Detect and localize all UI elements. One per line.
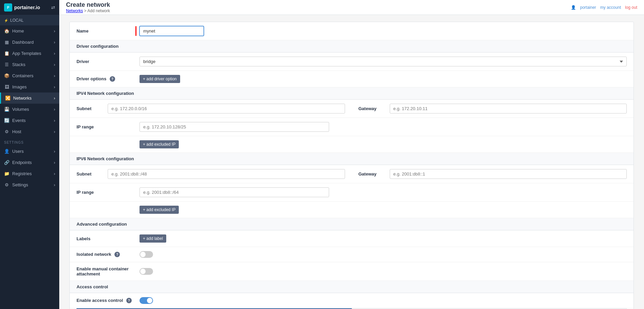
sidebar-item-settings[interactable]: ⚙ Settings ›: [0, 179, 59, 190]
driver-options-help-icon[interactable]: ?: [110, 76, 115, 82]
sidebar-item-arrow: ›: [54, 182, 55, 187]
sidebar-item-label: Dashboard: [12, 40, 34, 45]
sidebar-item-label: Events: [12, 118, 26, 123]
isolated-network-row: Isolated network ?: [70, 247, 634, 262]
env-label: LOCAL: [10, 18, 23, 23]
ipv6-header: IPV6 Network configuration: [70, 153, 634, 165]
sidebar-item-host[interactable]: ⚙ Host ›: [0, 126, 59, 137]
ipv4-header: IPV4 Network configuration: [70, 87, 634, 100]
sidebar-item-arrow: ›: [54, 40, 55, 45]
refresh-icon[interactable]: ⇄: [51, 5, 55, 10]
name-input-wrapper: mynet: [139, 26, 627, 36]
sidebar-item-arrow: ›: [54, 107, 55, 112]
ipv4-iprange-input[interactable]: [139, 122, 329, 132]
sidebar-item-dashboard[interactable]: ▦ Dashboard ›: [0, 37, 59, 48]
stacks-icon: ☰: [4, 62, 9, 67]
username: portainer: [580, 5, 596, 10]
registries-icon: 📁: [4, 171, 9, 176]
sidebar-item-arrow: ›: [54, 129, 55, 134]
log-out-link[interactable]: log out: [625, 5, 637, 10]
access-control-header: Access control: [70, 281, 634, 293]
images-icon: 🖼: [4, 84, 9, 89]
sidebar-item-networks[interactable]: 🔀 Networks ›: [0, 92, 59, 104]
ipv6-gateway-cell: Gateway: [352, 165, 634, 183]
sidebar-item-label: Users: [12, 149, 24, 154]
sidebar-item-arrow: ›: [54, 73, 55, 78]
sidebar-item-images[interactable]: 🖼 Images ›: [0, 81, 59, 92]
sidebar-item-label: Registries: [12, 171, 32, 176]
ipv4-excluded-ip-row: + add excluded IP: [70, 136, 634, 153]
logo-text: portainer.io: [14, 5, 40, 10]
driver-options-label: Driver options ?: [77, 76, 134, 82]
sidebar-item-arrow: ›: [54, 28, 55, 34]
sidebar-item-label: Images: [12, 84, 27, 89]
ipv6-iprange-input[interactable]: [139, 187, 329, 197]
name-row: Name mynet: [70, 22, 634, 40]
sidebar-item-label: Home: [12, 28, 24, 34]
ipv6-subnet-input[interactable]: [108, 169, 345, 179]
name-label: Name: [77, 28, 134, 34]
breadcrumb: Networks > Add network: [66, 8, 110, 13]
page-title-area: Create network Networks > Add network: [66, 1, 110, 13]
sidebar-item-users[interactable]: 👤 Users ›: [0, 146, 59, 157]
sidebar-item-registries[interactable]: 📁 Registries ›: [0, 168, 59, 179]
add-label-button[interactable]: + add label: [139, 234, 166, 243]
sidebar-item-endpoints[interactable]: 🔗 Endpoints ›: [0, 157, 59, 168]
isolated-toggle-slider: [139, 251, 153, 258]
access-help-icon[interactable]: ?: [126, 298, 132, 303]
app-templates-icon: 📋: [4, 51, 9, 56]
users-icon: 👤: [4, 149, 9, 154]
manual-attach-toggle[interactable]: [139, 268, 153, 275]
sidebar-item-arrow: ›: [54, 149, 55, 154]
driver-options-row: Driver options ? + add driver option: [70, 71, 634, 87]
sidebar-item-home[interactable]: 🏠 Home ›: [0, 25, 59, 37]
ipv6-excluded-ip-row: + add excluded IP: [70, 202, 634, 218]
ipv4-gateway-input[interactable]: [390, 104, 627, 114]
sidebar-item-app-templates[interactable]: 📋 App Templates ›: [0, 48, 59, 59]
host-icon: ⚙: [4, 129, 9, 134]
ipv4-gateway-cell: Gateway: [352, 100, 634, 118]
labels-label: Labels: [77, 236, 134, 241]
containers-icon: 📦: [4, 73, 9, 78]
labels-row: Labels + add label: [70, 230, 634, 247]
settings-icon: ⚙: [4, 182, 9, 187]
sidebar: P portainer.io ⇄ ⚡ LOCAL 🏠 Home › ▦ Dash…: [0, 0, 59, 309]
ipv4-subnet-input[interactable]: [108, 104, 345, 114]
sidebar-item-label: Containers: [12, 73, 34, 78]
isolated-network-toggle[interactable]: [139, 251, 153, 258]
sidebar-item-label: App Templates: [12, 51, 41, 56]
add-excluded-ip-v4-button[interactable]: + add excluded IP: [139, 140, 179, 148]
enable-access-toggle[interactable]: [139, 297, 153, 304]
breadcrumb-separator: >: [84, 8, 86, 13]
sidebar-item-volumes[interactable]: 💾 Volumes ›: [0, 104, 59, 115]
name-input[interactable]: mynet: [139, 26, 204, 36]
sidebar-item-stacks[interactable]: ☰ Stacks ›: [0, 59, 59, 70]
add-driver-option-button[interactable]: + add driver option: [139, 75, 180, 83]
dashboard-icon: ▦: [4, 40, 9, 45]
volumes-icon: 💾: [4, 107, 9, 112]
sidebar-item-label: Stacks: [12, 62, 25, 67]
breadcrumb-networks-link[interactable]: Networks: [66, 8, 83, 13]
ipv6-iprange-label: IP range: [77, 190, 134, 195]
ipv6-gateway-input[interactable]: [390, 169, 627, 179]
add-excluded-ip-v6-button[interactable]: + add excluded IP: [139, 206, 179, 214]
my-account-link[interactable]: my account: [600, 5, 621, 10]
main-content: Create network Networks > Add network 👤 …: [59, 0, 644, 309]
driver-label: Driver: [77, 59, 134, 64]
sidebar-item-label: Endpoints: [12, 160, 32, 165]
settings-section-label: SETTINGS: [0, 137, 59, 146]
top-header: Create network Networks > Add network 👤 …: [59, 0, 644, 15]
isolated-label: Isolated network ?: [77, 252, 134, 258]
isolated-help-icon[interactable]: ?: [114, 252, 120, 257]
enable-access-label: Enable access control ?: [77, 298, 134, 304]
ipv6-subnet-cell: Subnet: [70, 165, 352, 183]
sidebar-item-containers[interactable]: 📦 Containers ›: [0, 70, 59, 81]
ipv4-subnet-label: Subnet: [77, 106, 104, 111]
sidebar-item-events[interactable]: 🔄 Events ›: [0, 115, 59, 126]
sidebar-item-arrow: ›: [54, 62, 55, 67]
ipv4-subnet-gateway-row: Subnet Gateway: [70, 100, 634, 118]
ipv6-gateway-label: Gateway: [359, 171, 386, 177]
driver-select[interactable]: bridge overlay macvlan none host: [139, 57, 627, 66]
sidebar-item-arrow: ›: [54, 51, 55, 56]
driver-config-header: Driver configuration: [70, 40, 634, 53]
